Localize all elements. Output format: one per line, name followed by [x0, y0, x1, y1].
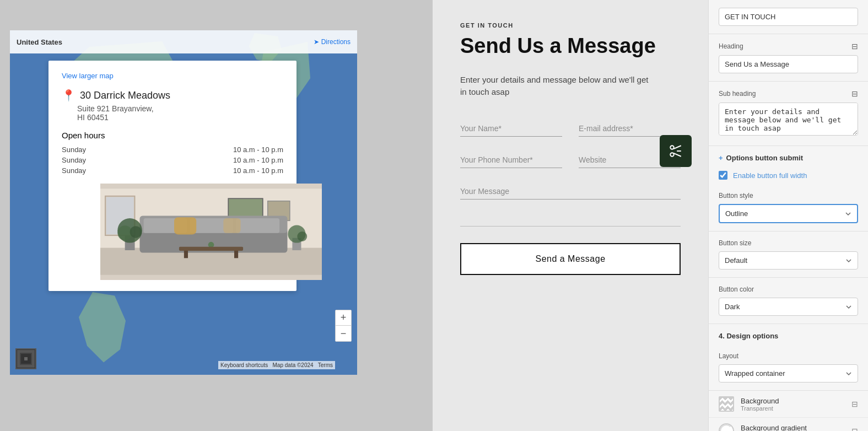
svg-rect-12 [223, 218, 240, 233]
hours-time-2: 10 a.m - 10 p.m [233, 156, 283, 164]
hours-row-3: Sunday 10 a.m - 10 p.m [62, 166, 283, 175]
bg-gradient-left: Background gradient No color chosen [719, 423, 807, 431]
view-larger-map-link[interactable]: View larger map [62, 72, 283, 80]
svg-rect-21 [184, 251, 188, 258]
directions-arrow-icon: ➤ [314, 38, 319, 46]
svg-line-30 [673, 146, 681, 149]
map-overlay-card: View larger map 📍 30 Darrick Meadows Sui… [48, 61, 296, 291]
hours-day-1: Sunday [62, 146, 86, 154]
open-hours: Open hours Sunday 10 a.m - 10 p.m Sunday… [62, 131, 283, 175]
bg-gradient-text: Background gradient No color chosen [741, 424, 807, 432]
enable-full-width-row: Enable button full width [709, 166, 868, 184]
button-color-label: Button color [719, 285, 858, 293]
center-panel: GET IN TOUCH Send Us a Message Enter you… [433, 0, 708, 431]
subheading-label-text: Sub heading [719, 90, 756, 98]
submit-button[interactable]: Send a Message [460, 243, 681, 275]
subheading-section: Sub heading ⊟ Enter your details and mes… [709, 82, 868, 146]
scissors-icon [668, 144, 683, 158]
button-size-label: Button size [719, 239, 858, 247]
get-in-touch-input[interactable] [719, 8, 858, 26]
svg-point-16 [130, 226, 142, 238]
name-field[interactable] [460, 121, 562, 137]
design-options-title: 4. Design options [709, 324, 868, 344]
map-subtitle: Suite 921 Brayanview, HI 60451 [77, 104, 170, 122]
location-pin-icon: 📍 [62, 89, 76, 102]
heading-label: Heading ⊟ [719, 42, 858, 51]
heading-input[interactable] [719, 55, 858, 73]
button-color-label-text: Button color [719, 285, 754, 293]
layout-section: Layout Wrapped container Full width Boxe… [709, 344, 868, 391]
contact-form: Send a Message [460, 121, 681, 275]
get-in-touch-label: GET IN TOUCH [460, 22, 681, 29]
bg-transparent-icon [719, 396, 734, 412]
hours-day-2: Sunday [62, 156, 86, 164]
bg-gradient-icon [719, 423, 734, 431]
svg-rect-27 [24, 357, 28, 360]
background-gradient-row: Background gradient No color chosen ⊟ [709, 418, 868, 431]
background-transparent-row: Background Transparent ⊟ [709, 391, 868, 418]
main-heading: Send Us a Message [460, 34, 681, 58]
options-title: Options button submit [726, 154, 803, 162]
map-top-bar: United States ➤ Directions [10, 30, 357, 53]
bg-transparent-left: Background Transparent [719, 396, 779, 412]
interior-image [100, 184, 322, 280]
tool-button[interactable] [660, 135, 692, 167]
heading-label-text: Heading [719, 42, 743, 50]
message-field[interactable] [460, 184, 681, 200]
heading-section: Heading ⊟ [709, 34, 868, 82]
subheading-db-icon: ⊟ [851, 89, 858, 98]
hours-time-1: 10 a.m - 10 p.m [233, 146, 283, 154]
get-in-touch-section [709, 0, 868, 34]
zoom-in-button[interactable]: + [336, 310, 351, 326]
map-mini-thumbnail [15, 348, 36, 369]
open-hours-title: Open hours [62, 131, 283, 140]
form-row-2 [460, 152, 681, 168]
form-divider [460, 226, 681, 227]
svg-rect-11 [174, 217, 196, 234]
right-panel: Heading ⊟ Sub heading ⊟ Enter your detai… [708, 0, 868, 431]
map-title-area: 📍 30 Darrick Meadows Suite 921 Brayanvie… [62, 89, 170, 122]
subheading-label: Sub heading ⊟ [719, 89, 858, 98]
svg-point-19 [297, 231, 307, 241]
address-line1: 30 Darrick Meadows [80, 90, 170, 101]
address-line3: HI 60451 [77, 113, 109, 122]
layout-select[interactable]: Wrapped container Full width Boxed [719, 364, 858, 382]
svg-rect-10 [236, 218, 280, 233]
enable-full-width-checkbox[interactable] [719, 171, 727, 180]
address-line2: Suite 921 Brayanview, [77, 104, 154, 113]
bg-gradient-db-icon[interactable]: ⊟ [851, 427, 858, 431]
form-row-1 [460, 121, 681, 137]
svg-line-31 [673, 153, 681, 157]
button-color-select[interactable]: Dark Light Primary [719, 298, 858, 316]
button-style-section: Button style Outline Filled Ghost [709, 184, 868, 231]
button-style-select[interactable]: Outline Filled Ghost [719, 204, 858, 223]
button-color-section: Button color Dark Light Primary [709, 278, 868, 324]
hours-time-3: 10 a.m - 10 p.m [233, 166, 283, 175]
bg-transparent-title: Background [741, 397, 779, 405]
map-country-name: United States [17, 38, 62, 46]
map-header: 📍 30 Darrick Meadows Suite 921 Brayanvie… [62, 89, 283, 122]
layout-label-text: Layout [719, 352, 738, 360]
options-plus-icon: + [719, 154, 723, 162]
map-address-heading: 📍 30 Darrick Meadows [62, 89, 170, 102]
email-field[interactable] [579, 121, 681, 137]
button-size-label-text: Button size [719, 239, 751, 247]
enable-full-width-label[interactable]: Enable button full width [733, 171, 807, 180]
svg-point-28 [670, 146, 674, 149]
sofa-scene [100, 184, 322, 280]
svg-rect-24 [209, 247, 213, 250]
map-land-sa [76, 292, 131, 364]
zoom-out-button[interactable]: − [336, 326, 351, 341]
layout-label: Layout [719, 352, 858, 360]
subheading-textarea[interactable]: Enter your details and message below and… [719, 103, 858, 136]
map-zoom-controls: + − [335, 310, 352, 342]
svg-rect-22 [234, 251, 238, 258]
bg-transparent-db-icon[interactable]: ⊟ [851, 400, 858, 408]
hours-row-2: Sunday 10 a.m - 10 p.m [62, 156, 283, 164]
svg-point-29 [670, 153, 674, 157]
button-size-section: Button size Default Small Large [709, 231, 868, 278]
map-directions-button[interactable]: ➤ Directions [314, 38, 351, 46]
phone-field[interactable] [460, 152, 562, 168]
bg-gradient-title: Background gradient [741, 424, 807, 432]
button-size-select[interactable]: Default Small Large [719, 251, 858, 270]
